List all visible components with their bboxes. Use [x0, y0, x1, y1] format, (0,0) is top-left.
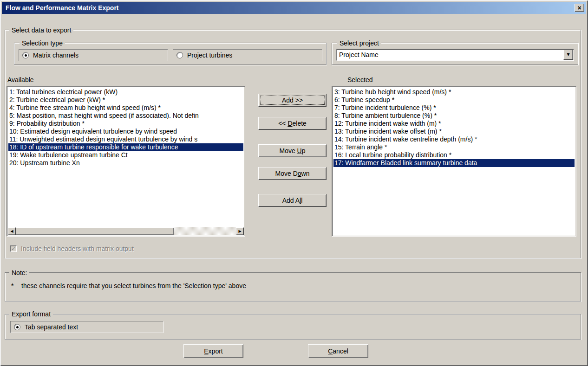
chevron-down-icon: ▼: [567, 53, 569, 57]
project-combobox[interactable]: Project Name ▼: [336, 49, 574, 61]
note-group-label: Note:: [9, 269, 29, 276]
project-turbines-radio-label[interactable]: Project turbines: [187, 51, 232, 59]
project-combobox-dropdown-button[interactable]: ▼: [563, 50, 573, 60]
available-list-label: Available: [7, 76, 34, 83]
note-text: these channels require that you select t…: [21, 282, 246, 289]
list-item[interactable]: 2: Turbine electrical power (kW) *: [8, 96, 243, 104]
move-down-button-label: Move Down: [275, 170, 310, 177]
export-button-label: Export: [204, 347, 222, 355]
list-item[interactable]: 16: Local turbine probability distributi…: [333, 151, 575, 159]
include-headers-row: ✓ Include field headers with matrix outp…: [10, 245, 134, 252]
matrix-channels-radio[interactable]: [22, 52, 29, 58]
project-turbines-radio[interactable]: [176, 52, 183, 58]
list-item[interactable]: 6: Turbine speedup *: [333, 96, 575, 104]
include-headers-checkbox-label: Include field headers with matrix output: [21, 245, 134, 252]
scroll-left-icon: ◀: [10, 230, 13, 233]
export-button[interactable]: Export: [183, 344, 243, 358]
list-item[interactable]: 4: Turbine free stream hub height wind s…: [8, 104, 243, 112]
close-icon: ×: [577, 5, 581, 11]
matrix-channels-option-panel: Matrix channels: [19, 49, 168, 61]
available-list-items: 1: Total turbines electrical power (kW) …: [8, 88, 243, 227]
list-item[interactable]: 1: Total turbines electrical power (kW): [8, 88, 243, 96]
project-turbines-option-panel: Project turbines: [173, 49, 322, 61]
tab-separated-radio-label[interactable]: Tab separated text: [25, 323, 78, 331]
delete-button-label: << Delete: [278, 120, 307, 127]
list-item[interactable]: 3: Turbine hub height wind speed (m/s) *: [333, 88, 575, 96]
available-listbox[interactable]: 1: Total turbines electrical power (kW) …: [7, 86, 245, 237]
dialog-window: Flow and Performance Matrix Export × Sel…: [0, 0, 588, 366]
list-item[interactable]: 11: Unweighted estimated design equivale…: [8, 135, 243, 143]
move-up-button-label: Move Up: [279, 147, 305, 154]
delete-button[interactable]: << Delete: [258, 117, 327, 130]
list-item[interactable]: 17: Windfarmer Bladed link summary turbi…: [333, 159, 575, 167]
list-item[interactable]: 15: Terrain angle *: [333, 143, 575, 151]
scroll-right-icon: ▶: [238, 230, 241, 233]
include-headers-checkbox: ✓: [10, 245, 17, 252]
add-button[interactable]: Add >>: [258, 94, 327, 107]
window-title: Flow and Performance Matrix Export: [4, 4, 575, 12]
list-item[interactable]: 20: Upstream turbine Xn: [8, 159, 243, 167]
tab-separated-option-panel: Tab separated text: [10, 321, 163, 333]
add-button-label: Add >>: [282, 96, 303, 104]
cancel-button[interactable]: Cancel: [308, 344, 368, 358]
selected-list-items: 3: Turbine hub height wind speed (m/s) *…: [333, 88, 575, 235]
titlebar[interactable]: Flow and Performance Matrix Export ×: [2, 2, 586, 14]
scrollbar-track[interactable]: [16, 227, 236, 235]
scrollbar-thumb[interactable]: [16, 227, 174, 235]
list-item[interactable]: 18: ID of upstream turbine responsible f…: [8, 143, 243, 151]
scroll-right-button[interactable]: ▶: [236, 227, 244, 235]
list-item[interactable]: 7: Turbine incident turbulence (%) *: [333, 104, 575, 112]
selection-type-group-label: Selection type: [20, 39, 65, 47]
selected-list-label: Selected: [347, 76, 372, 83]
note-bullet: *: [11, 282, 13, 289]
matrix-channels-radio-label[interactable]: Matrix channels: [33, 51, 78, 59]
list-item[interactable]: 10: Estimated design equivalent turbulen…: [8, 128, 243, 135]
add-all-button-label: Add All: [282, 197, 303, 204]
list-item[interactable]: 19: Wake turbulence upstream turbine Ct: [8, 151, 243, 159]
scroll-left-button[interactable]: ◀: [8, 227, 16, 235]
export-format-group-label: Export format: [9, 310, 53, 318]
check-icon: ✓: [11, 246, 16, 251]
list-item[interactable]: 9: Probability distribution *: [8, 120, 243, 128]
horizontal-scrollbar[interactable]: ◀ ▶: [8, 227, 244, 235]
list-item[interactable]: 13: Turbine incident wake offset (m) *: [333, 128, 575, 135]
move-up-button[interactable]: Move Up: [258, 144, 327, 157]
add-all-button[interactable]: Add All: [258, 194, 327, 207]
tab-separated-radio[interactable]: [14, 324, 20, 330]
project-combobox-value[interactable]: Project Name: [337, 49, 563, 60]
select-project-group-label: Select project: [337, 39, 381, 47]
list-item[interactable]: 8: Turbine ambient turbulence (%) *: [333, 112, 575, 120]
list-item[interactable]: 12: Turbine incident wake width (m) *: [333, 120, 575, 128]
move-down-button[interactable]: Move Down: [258, 167, 327, 180]
list-item[interactable]: 5: Mast position, mast height wind speed…: [8, 112, 243, 120]
list-item[interactable]: 14: Turbine incident wake centreline dep…: [333, 135, 575, 143]
selected-listbox[interactable]: 3: Turbine hub height wind speed (m/s) *…: [332, 86, 576, 237]
cancel-button-label: Cancel: [328, 347, 348, 355]
select-data-group-label: Select data to export: [9, 26, 73, 34]
close-button[interactable]: ×: [575, 4, 584, 12]
